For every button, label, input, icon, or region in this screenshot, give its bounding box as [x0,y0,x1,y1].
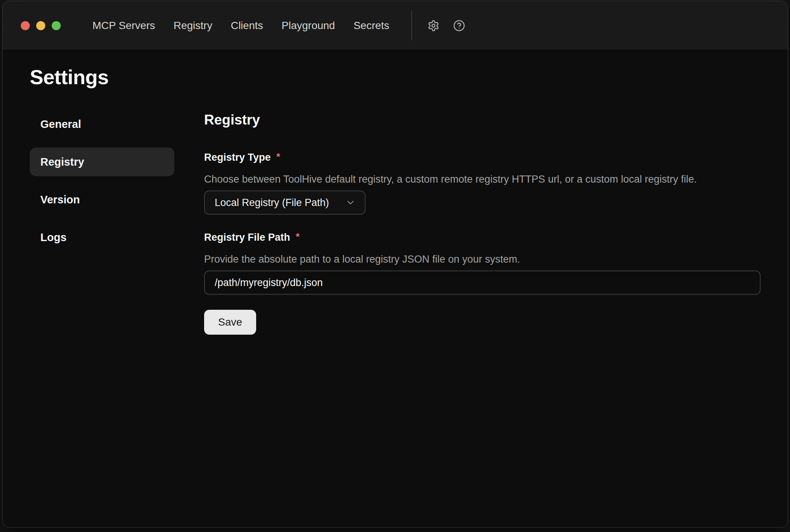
nav-playground[interactable]: Playground [281,20,335,32]
close-window-button[interactable] [21,21,30,30]
registry-type-label: Registry Type [204,151,271,163]
nav-secrets[interactable]: Secrets [354,20,389,32]
help-icon[interactable] [453,19,466,32]
registry-file-path-label: Registry File Path [204,231,290,243]
registry-type-label-row: Registry Type * [204,151,761,163]
registry-file-path-input[interactable] [204,271,761,295]
sidebar-item-general[interactable]: General [30,110,174,138]
required-asterisk: * [296,231,300,243]
registry-file-path-description: Provide the absolute path to a local reg… [204,253,761,265]
registry-type-selected-value: Local Registry (File Path) [215,197,329,209]
registry-type-description: Choose between ToolHive default registry… [204,173,761,185]
app-window: MCP Servers Registry Clients Playground … [2,1,788,527]
nav-clients[interactable]: Clients [231,20,263,32]
nav-mcp-servers[interactable]: MCP Servers [92,20,155,32]
minimize-window-button[interactable] [36,21,45,30]
section-heading: Registry [204,112,761,128]
titlebar-icons [427,19,466,32]
page-title: Settings [30,65,761,89]
registry-type-select[interactable]: Local Registry (File Path) [204,191,366,215]
titlebar-divider [411,11,412,40]
chevron-down-icon [345,197,356,208]
settings-sidebar: General Registry Version Logs [30,110,174,261]
settings-page: Settings General Registry Version Logs R… [3,50,788,335]
settings-gear-icon[interactable] [427,19,440,32]
sidebar-item-version[interactable]: Version [30,185,174,214]
required-asterisk: * [277,151,280,163]
top-nav: MCP Servers Registry Clients Playground … [92,20,389,32]
nav-registry[interactable]: Registry [174,20,212,32]
registry-settings-panel: Registry Registry Type * Choose between … [204,110,761,335]
titlebar: MCP Servers Registry Clients Playground … [3,1,788,50]
zoom-window-button[interactable] [52,21,61,30]
registry-file-path-label-row: Registry File Path * [204,231,761,243]
sidebar-item-logs[interactable]: Logs [30,223,174,252]
traffic-lights [21,21,61,30]
save-button[interactable]: Save [204,310,256,335]
sidebar-item-registry[interactable]: Registry [30,148,174,176]
